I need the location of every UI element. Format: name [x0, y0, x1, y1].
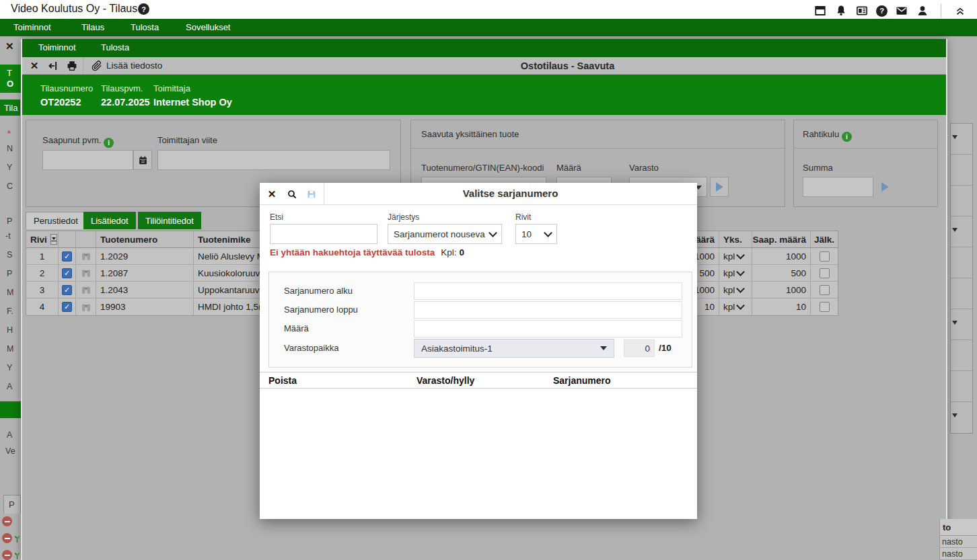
- serial-qty-input[interactable]: [414, 320, 682, 337]
- background-window-close-icon[interactable]: ✕: [5, 41, 14, 51]
- jalk-header: Jälk.: [811, 231, 838, 247]
- window-menu-toiminnot[interactable]: Toiminnot: [38, 42, 76, 52]
- row-filter-button[interactable]: [50, 234, 57, 245]
- print-icon[interactable]: [63, 57, 81, 75]
- receive-product-button[interactable]: [710, 177, 729, 197]
- collapse-chevrons-icon[interactable]: [953, 2, 968, 19]
- label-fragment: H: [7, 325, 13, 335]
- user-icon[interactable]: [916, 2, 929, 19]
- serial-number-icon[interactable]: [81, 251, 92, 262]
- chevron-down-icon: [736, 251, 745, 259]
- window-icon[interactable]: [813, 2, 827, 19]
- sort-select[interactable]: Sarjanumerot nouseva: [388, 224, 502, 244]
- menu-toiminnot[interactable]: Toiminnot: [13, 22, 51, 32]
- backorder-checkbox[interactable]: [820, 268, 830, 278]
- play-icon: [716, 182, 723, 192]
- serial-end-input[interactable]: [414, 301, 682, 319]
- notifications-bell-icon[interactable]: [834, 2, 848, 19]
- sum-input[interactable]: [803, 177, 873, 197]
- row-checkbox-checked[interactable]: ✓: [62, 285, 72, 295]
- info-icon[interactable]: i: [842, 132, 852, 142]
- field-cell: [951, 402, 972, 432]
- sort-label: Järjestys: [388, 212, 419, 222]
- modal-search-icon[interactable]: [282, 183, 302, 205]
- arrival-date-input[interactable]: [42, 150, 133, 170]
- background-table-fragment: to nasto nasto: [939, 519, 977, 560]
- close-icon[interactable]: ✕: [25, 57, 44, 75]
- tab-perustiedot[interactable]: Perustiedot: [26, 212, 86, 229]
- background-field-column-fragment: [950, 123, 973, 434]
- background-tab2-fragment[interactable]: P: [3, 495, 21, 514]
- delete-row-icon[interactable]: [2, 533, 12, 543]
- rows-select[interactable]: 10: [515, 224, 557, 244]
- mail-icon[interactable]: [895, 2, 908, 19]
- location-select[interactable]: Asiakastoimitus-1: [414, 339, 614, 358]
- chevron-down-icon: [736, 284, 745, 293]
- row-checkbox-checked[interactable]: ✓: [62, 302, 72, 312]
- backorder-checkbox[interactable]: [820, 285, 830, 295]
- label-fragment: Y: [7, 163, 12, 172]
- label-fragment: N: [7, 144, 13, 153]
- calendar-icon: [138, 155, 148, 165]
- calendar-button[interactable]: [133, 150, 152, 170]
- order-number-value: OT20252: [40, 97, 81, 108]
- backorder-checkbox[interactable]: [820, 251, 830, 262]
- serial-number-modal: ✕ Valitse sarjanumero Etsi Järjestys Sar…: [260, 183, 697, 519]
- supplier-label: Toimittaja: [153, 83, 190, 93]
- label-fragment: F.: [7, 307, 13, 316]
- menu-tilaus[interactable]: Tilaus: [81, 22, 104, 32]
- freight-title: Rahtikulu i: [803, 129, 852, 142]
- background-tab-fragment[interactable]: Tila: [0, 99, 20, 116]
- modal-save-icon[interactable]: [301, 183, 322, 205]
- toolbar-divider: [83, 57, 83, 75]
- serial-start-label: Sarjanumero alku: [284, 286, 353, 296]
- field-cell: [951, 124, 972, 155]
- apply-freight-button[interactable]: [875, 177, 894, 197]
- delete-row-icon[interactable]: [2, 550, 12, 560]
- row-checkbox-checked[interactable]: ✓: [62, 268, 72, 278]
- serial-counter-max: /10: [659, 343, 672, 353]
- order-date-value: 22.07.2025: [101, 97, 150, 108]
- unit-select[interactable]: kpl: [719, 298, 752, 315]
- freight-panel: Rahtikulu i Summa: [793, 120, 938, 207]
- menu-tulosta[interactable]: Tulosta: [131, 22, 159, 32]
- unit-select[interactable]: kpl: [719, 282, 752, 298]
- app-titlebar: Video Koulutus Oy - Tilaus ? ?: [0, 0, 977, 19]
- title-help-icon[interactable]: ?: [138, 3, 149, 15]
- unit-select[interactable]: kpl: [719, 265, 752, 281]
- received-qty-value: 10: [752, 298, 811, 315]
- rows-value: 10: [521, 229, 532, 239]
- search-input[interactable]: [270, 224, 377, 244]
- location-value: Asiakastoimitus-1: [421, 344, 493, 354]
- serial-number-icon[interactable]: [81, 268, 92, 278]
- yks-header: Yks.: [719, 231, 752, 247]
- qty-value: 1000: [695, 248, 719, 264]
- product-number: 1.2043: [96, 282, 194, 298]
- help-icon[interactable]: ?: [876, 5, 888, 17]
- serial-qty-label: Määrä: [284, 323, 309, 333]
- arrival-date-label: Saapunut pvm. i: [42, 135, 114, 148]
- delete-row-icon[interactable]: [2, 516, 12, 526]
- chevron-down-icon: [736, 268, 745, 276]
- backorder-checkbox[interactable]: [820, 302, 830, 312]
- tab-lisatiedot[interactable]: Lisätiedot: [83, 212, 136, 229]
- modal-close-icon[interactable]: ✕: [262, 183, 282, 205]
- supplier-ref-input[interactable]: [157, 150, 390, 170]
- serial-form-panel: Sarjanumero alku Sarjanumero loppu Määrä…: [268, 272, 692, 368]
- icon-column-header: [76, 231, 96, 247]
- unit-select[interactable]: kpl: [719, 248, 752, 264]
- row-checkbox-checked[interactable]: ✓: [62, 251, 72, 262]
- menu-sovellukset[interactable]: Sovellukset: [186, 22, 230, 32]
- tab-tiliointitiedot[interactable]: Tiliöintitiedot: [138, 212, 201, 229]
- info-icon[interactable]: i: [104, 138, 114, 148]
- serial-number-icon[interactable]: [81, 284, 92, 295]
- count-value: 0: [460, 247, 465, 257]
- exit-return-icon[interactable]: [44, 57, 63, 75]
- serial-number-icon[interactable]: [81, 302, 92, 313]
- add-file-button[interactable]: Lisää tiedosto: [85, 57, 169, 75]
- news-icon[interactable]: [855, 2, 869, 19]
- window-menu-tulosta[interactable]: Tulosta: [101, 42, 129, 52]
- serial-start-input[interactable]: [414, 282, 682, 300]
- sort-value: Sarjanumerot nouseva: [394, 229, 485, 239]
- serial-list-header: Poista Varasto/hylly Sarjanumero: [260, 372, 697, 389]
